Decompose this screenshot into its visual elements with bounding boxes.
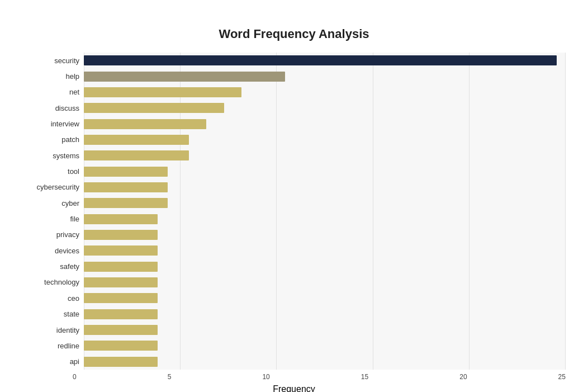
bar-row-cybersecurity: [84, 182, 566, 193]
bar-redline: [84, 341, 158, 351]
bar-devices: [84, 245, 158, 256]
y-label-privacy: privacy: [56, 231, 79, 238]
bar-row-safety: [84, 261, 566, 272]
y-label-ceo: ceo: [68, 295, 79, 302]
bar-row-privacy: [84, 229, 566, 240]
y-label-net: net: [69, 88, 79, 96]
y-label-interview: interview: [51, 120, 79, 127]
bar-row-interview: [84, 119, 566, 130]
bar-net: [84, 87, 241, 97]
bar-row-security: [84, 55, 566, 66]
bar-row-net: [84, 87, 566, 98]
y-label-identity: identity: [56, 327, 79, 334]
bar-row-patch: [84, 134, 566, 145]
bar-cyber: [84, 198, 168, 208]
y-label-safety: safety: [60, 263, 79, 270]
bar-file: [84, 214, 158, 224]
bar-row-file: [84, 214, 566, 225]
bar-safety: [84, 262, 158, 272]
y-label-help: help: [65, 73, 79, 80]
x-ticks-row: 0510152025: [73, 373, 566, 381]
y-label-discuss: discuss: [55, 105, 79, 112]
bar-row-ceo: [84, 292, 566, 304]
bar-row-cyber: [84, 197, 566, 209]
y-label-file: file: [70, 215, 79, 223]
bar-row-identity: [84, 324, 566, 336]
y-label-redline: redline: [58, 342, 79, 350]
bar-row-discuss: [84, 102, 566, 114]
bar-row-api: [84, 356, 566, 367]
y-label-api: api: [70, 358, 79, 365]
bar-row-tool: [84, 166, 566, 177]
y-label-devices: devices: [55, 247, 79, 254]
x-tick: 15: [361, 373, 368, 381]
bar-patch: [84, 135, 189, 145]
bar-row-technology: [84, 277, 566, 288]
y-label-tool: tool: [68, 168, 79, 175]
bar-interview: [84, 119, 206, 129]
y-label-technology: technology: [44, 278, 79, 286]
chart-container: Word Frequency Analysis securityhelpnetd…: [11, 11, 577, 392]
y-label-systems: systems: [53, 152, 79, 159]
y-label-state: state: [64, 310, 79, 318]
bar-row-redline: [84, 340, 566, 351]
x-axis-label: Frequency: [11, 384, 577, 392]
bar-discuss: [84, 103, 224, 113]
y-label-security: security: [54, 57, 79, 64]
bar-state: [84, 309, 158, 319]
bar-row-help: [84, 71, 566, 82]
bar-systems: [84, 150, 189, 160]
bar-row-systems: [84, 150, 566, 161]
x-tick: 20: [459, 373, 467, 381]
chart-area: securityhelpnetdiscussinterviewpatchsyst…: [22, 53, 566, 370]
bar-tool: [84, 167, 168, 177]
y-label-cyber: cyber: [61, 200, 79, 207]
y-label-cybersecurity: cybersecurity: [36, 183, 79, 191]
bar-technology: [84, 277, 158, 287]
y-labels: securityhelpnetdiscussinterviewpatchsyst…: [22, 53, 84, 370]
bar-ceo: [84, 293, 158, 303]
bar-cybersecurity: [84, 182, 168, 192]
bar-row-devices: [84, 245, 566, 256]
x-tick: 25: [558, 373, 566, 381]
bar-row-state: [84, 309, 566, 320]
bar-security: [84, 55, 557, 65]
bars-and-grid: [84, 53, 566, 370]
x-tick: 0: [73, 373, 77, 381]
y-label-patch: patch: [61, 136, 79, 143]
x-tick: 10: [262, 373, 269, 381]
bars-wrapper: [84, 53, 566, 370]
bar-help: [84, 72, 285, 82]
chart-title: Word Frequency Analysis: [219, 27, 369, 41]
x-tick: 5: [168, 373, 172, 381]
bar-identity: [84, 325, 158, 335]
bar-privacy: [84, 230, 158, 240]
x-axis-area: 0510152025: [73, 373, 566, 381]
bar-api: [84, 357, 158, 367]
